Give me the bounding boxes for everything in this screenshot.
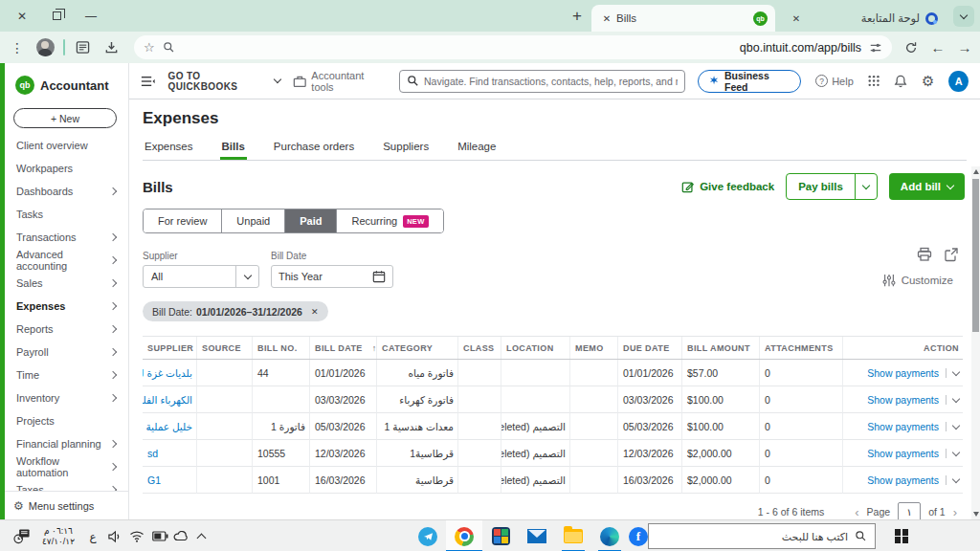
export-icon[interactable]: [944, 247, 959, 262]
tab-suppliers[interactable]: Suppliers: [381, 141, 431, 160]
forward-button[interactable]: →: [953, 32, 976, 63]
col-supplier[interactable]: SUPPLIER: [143, 337, 197, 359]
tab-mileage[interactable]: Mileage: [456, 141, 498, 160]
taskbar-file-explorer[interactable]: [555, 520, 591, 551]
show-payments-link[interactable]: Show payments: [867, 474, 939, 486]
print-icon[interactable]: [917, 247, 932, 262]
chevron-down-icon[interactable]: [952, 395, 960, 403]
sidebar-item-client-overview[interactable]: Client overview: [0, 134, 128, 157]
show-payments-link[interactable]: Show payments: [867, 367, 939, 379]
pay-bills-button[interactable]: Pay bills: [786, 173, 878, 200]
sidebar-item-workpapers[interactable]: Workpapers: [0, 157, 128, 180]
filter-unpaid[interactable]: Unpaid: [221, 209, 284, 232]
filter-for-review[interactable]: For review: [144, 209, 221, 232]
show-payments-link[interactable]: Show payments: [867, 394, 939, 406]
next-page-icon[interactable]: ›: [953, 505, 957, 519]
address-bar[interactable]: ☆ qbo.intuit.com/app/bills: [134, 35, 892, 59]
back-button[interactable]: ←: [926, 32, 949, 63]
tab-close-icon[interactable]: ✕: [599, 13, 614, 24]
downloads-button[interactable]: [100, 32, 122, 63]
settings-gear-icon[interactable]: ⚙: [922, 74, 934, 88]
scroll-down-icon[interactable]: [971, 509, 980, 519]
sidebar-item-payroll[interactable]: Payroll: [0, 341, 128, 364]
go-to-quickbooks-button[interactable]: GO TO QUICKBOOKS: [168, 71, 280, 92]
hidden-icons-button[interactable]: [191, 520, 211, 551]
sidebar-item-inventory[interactable]: Inventory: [0, 386, 128, 409]
show-payments-link[interactable]: Show payments: [867, 421, 939, 432]
help-button[interactable]: ? Help: [815, 75, 854, 87]
col-bill-no[interactable]: BILL NO.: [253, 337, 310, 359]
pay-bills-label[interactable]: Pay bills: [787, 174, 855, 199]
show-payments-link[interactable]: Show payments: [867, 448, 939, 459]
col-category[interactable]: CATEGORY: [377, 337, 458, 359]
notification-center-button[interactable]: [10, 520, 34, 551]
tab-expenses[interactable]: Expenses: [143, 141, 195, 160]
prev-page-icon[interactable]: ‹: [855, 505, 858, 519]
taskbar-store[interactable]: [482, 520, 519, 551]
chevron-down-icon[interactable]: [952, 475, 960, 483]
scrollbar[interactable]: [971, 166, 980, 519]
apps-grid-icon[interactable]: [868, 75, 880, 87]
new-button[interactable]: + New: [13, 108, 117, 128]
sidebar-item-tasks[interactable]: Tasks: [0, 203, 128, 226]
chevron-down-icon[interactable]: [952, 368, 960, 376]
supplier-link[interactable]: G1: [143, 467, 197, 494]
sidebar-item-transactions[interactable]: Transactions: [0, 226, 128, 249]
reading-list-button[interactable]: [71, 32, 94, 63]
give-feedback-link[interactable]: Give feedback: [681, 180, 774, 193]
window-restore-button[interactable]: [42, 0, 71, 32]
sidebar-item-projects[interactable]: Projects: [0, 409, 128, 432]
taskbar-telegram[interactable]: [410, 520, 446, 551]
scroll-up-icon[interactable]: [971, 166, 980, 177]
col-source[interactable]: SOURCE: [197, 337, 253, 359]
volume-icon[interactable]: [103, 520, 124, 551]
sidebar-item-workflow-automation[interactable]: Workflow automation: [0, 455, 128, 478]
supplier-link[interactable]: sd: [143, 440, 197, 467]
sidebar-item-reports[interactable]: Reports: [0, 318, 128, 341]
sidebar-item-dashboards[interactable]: Dashboards: [0, 180, 128, 203]
tab-close-icon[interactable]: ✕: [789, 13, 804, 24]
customize-button[interactable]: Customize: [882, 274, 953, 287]
accountant-tools-button[interactable]: Accountant tools: [293, 70, 387, 93]
menu-settings-button[interactable]: ⚙ Menu settings: [5, 491, 128, 519]
col-location[interactable]: LOCATION: [501, 337, 570, 359]
chevron-down-icon[interactable]: [952, 422, 960, 430]
browser-menu-button[interactable]: ⋮: [8, 32, 27, 63]
chip-remove-icon[interactable]: ✕: [311, 307, 319, 317]
pay-bills-dropdown[interactable]: [855, 174, 877, 199]
bookmark-star-icon[interactable]: ☆: [144, 40, 155, 55]
add-bill-button[interactable]: Add bill: [889, 173, 965, 200]
select-dropdown[interactable]: [235, 266, 258, 287]
tab-purchase-orders[interactable]: Purchase orders: [272, 141, 356, 160]
sidebar-item-time[interactable]: Time: [0, 364, 128, 386]
tab-bills[interactable]: Bills: [220, 141, 247, 160]
chevron-down-icon[interactable]: [952, 449, 960, 456]
battery-icon[interactable]: [148, 520, 171, 551]
language-indicator[interactable]: ع: [84, 520, 101, 551]
supplier-link[interactable]: الكهرباء الفلسطينية1: [143, 386, 197, 413]
new-tab-button[interactable]: +: [565, 4, 590, 29]
taskbar-search-input[interactable]: [657, 531, 848, 542]
filter-recurring[interactable]: Recurring NEW: [336, 209, 442, 232]
user-avatar[interactable]: A: [948, 71, 969, 92]
global-search-input[interactable]: [424, 76, 678, 87]
wifi-icon[interactable]: [126, 520, 147, 551]
sidebar-item-sales[interactable]: Sales: [0, 272, 128, 295]
reload-button[interactable]: [900, 32, 923, 63]
site-settings-icon[interactable]: [869, 41, 882, 55]
taskbar-search[interactable]: [648, 523, 876, 549]
notifications-bell-icon[interactable]: [894, 74, 907, 89]
col-memo[interactable]: MEMO: [570, 337, 618, 359]
col-bill-date[interactable]: BILL DATE↑: [310, 337, 377, 359]
bill-date-filter-chip[interactable]: Bill Date: 01/01/2026–31/12/2026 ✕: [143, 301, 328, 321]
supplier-link[interactable]: بلديات غزة للمياه: [143, 360, 197, 386]
sidebar-item-expenses[interactable]: Expenses: [0, 295, 128, 318]
sidebar-item-financial-planning[interactable]: Financial planning: [0, 432, 128, 455]
business-feed-button[interactable]: Business Feed: [698, 70, 801, 93]
taskbar-mail[interactable]: [519, 520, 555, 551]
col-class[interactable]: CLASS: [458, 337, 501, 359]
supplier-select[interactable]: All: [143, 265, 259, 288]
url-text[interactable]: qbo.intuit.com/app/bills: [740, 41, 861, 55]
col-attachments[interactable]: ATTACHMENTS: [760, 337, 843, 359]
bill-date-select[interactable]: This Year: [271, 265, 393, 288]
